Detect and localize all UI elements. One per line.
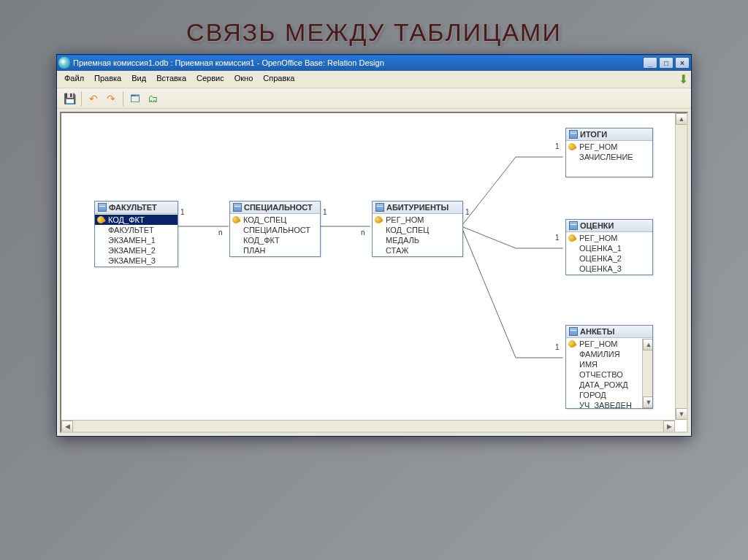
table-icon: [233, 203, 242, 212]
close-button[interactable]: ×: [675, 57, 690, 69]
field-row[interactable]: ЭКЗАМЕН_2: [95, 245, 178, 256]
menu-file[interactable]: Файл: [60, 72, 88, 86]
field-row[interactable]: РЕГ_НОМ: [566, 339, 642, 349]
window-title: Приемная комиссия1.odb : Приемная комисс…: [73, 58, 643, 67]
download-icon[interactable]: ⬇: [679, 72, 688, 86]
menubar: Файл Правка Вид Вставка Сервис Окно Спра…: [57, 71, 691, 88]
field-row[interactable]: КОД_СПЕЦ: [373, 225, 462, 235]
inner-scrollbar[interactable]: ▲ ▼: [642, 339, 652, 408]
scroll-right-button[interactable]: ▶: [663, 421, 675, 432]
scroll-up-button[interactable]: ▲: [643, 339, 653, 350]
svg-line-4: [461, 226, 516, 248]
field-row[interactable]: КОД_СПЕЦ: [230, 215, 320, 225]
table-title-text: ОЦЕНКИ: [580, 221, 614, 230]
field-row[interactable]: ЭКЗАМЕН_1: [95, 235, 178, 245]
field-row[interactable]: КОД_ФКТ: [230, 235, 320, 245]
table-title-text: ИТОГИ: [580, 130, 607, 139]
table-fields: РЕГ_НОМ ОЦЕНКА_1 ОЦЕНКА_2 ОЦЕНКА_3: [566, 232, 652, 275]
table-icon: [569, 327, 578, 336]
table-fields: КОД_ФКТ ФАКУЛЬТЕТ ЭКЗАМЕН_1 ЭКЗАМЕН_2 ЭК…: [95, 214, 178, 266]
menu-window[interactable]: Окно: [230, 72, 258, 86]
canvas-area: ФАКУЛЬТЕТ КОД_ФКТ ФАКУЛЬТЕТ ЭКЗАМЕН_1 ЭК…: [60, 112, 688, 433]
add-tables-button[interactable]: 🗂: [145, 91, 161, 107]
menu-help[interactable]: Справка: [259, 72, 299, 86]
field-row[interactable]: ПЛАН: [230, 245, 320, 256]
field-row[interactable]: УЧ_ЗАВЕДЕН: [566, 400, 642, 409]
scroll-left-button[interactable]: ◀: [61, 421, 73, 432]
table-icon: [569, 221, 578, 230]
field-row[interactable]: ФАКУЛЬТЕТ: [95, 225, 178, 235]
cardinality-one: 1: [555, 343, 560, 351]
table-abiturienty[interactable]: АБИТУРИЕНТЫ РЕГ_НОМ КОД_СПЕЦ МЕДАЛЬ СТАЖ: [372, 201, 463, 257]
table-title[interactable]: АБИТУРИЕНТЫ: [373, 202, 462, 214]
field-row[interactable]: СПЕЦИАЛЬНОСТ: [230, 225, 320, 235]
svg-line-6: [461, 226, 516, 358]
table-icon: [375, 203, 384, 212]
table-title-text: СПЕЦИАЛЬНОСТ: [244, 203, 313, 212]
field-row[interactable]: СТАЖ: [373, 245, 462, 256]
table-title[interactable]: АНКЕТЫ: [566, 326, 652, 338]
field-row[interactable]: ОЦЕНКА_1: [566, 243, 652, 253]
table-fields: РЕГ_НОМ ЗАЧИСЛЕНИЕ: [566, 141, 652, 177]
menu-tools[interactable]: Сервис: [192, 72, 229, 86]
table-title[interactable]: СПЕЦИАЛЬНОСТ: [230, 202, 320, 214]
field-row[interactable]: ЗАЧИСЛЕНИЕ: [566, 152, 652, 162]
table-icon: [569, 130, 578, 139]
titlebar[interactable]: Приемная комиссия1.odb : Приемная комисс…: [57, 55, 691, 71]
table-title[interactable]: ФАКУЛЬТЕТ: [95, 202, 178, 214]
field-row[interactable]: РЕГ_НОМ: [566, 142, 652, 152]
table-ankety[interactable]: АНКЕТЫ РЕГ_НОМ ФАМИЛИЯ ИМЯ ОТЧЕСТВО ДАТА…: [565, 325, 653, 409]
field-row[interactable]: ИМЯ: [566, 359, 642, 369]
toolbar-separator: [123, 91, 123, 106]
scroll-up-button[interactable]: ▲: [676, 113, 687, 125]
scroll-down-button[interactable]: ▼: [676, 408, 687, 420]
slide-title: СВЯЗЬ МЕЖДУ ТАБЛИЦАМИ: [0, 0, 748, 54]
field-row[interactable]: РЕГ_НОМ: [566, 233, 652, 243]
minimize-button[interactable]: _: [643, 57, 657, 69]
table-title-text: АБИТУРИЕНТЫ: [386, 203, 449, 212]
cardinality-one: 1: [323, 208, 327, 216]
table-fields: РЕГ_НОМ КОД_СПЕЦ МЕДАЛЬ СТАЖ: [373, 214, 462, 256]
cardinality-one: 1: [180, 208, 185, 216]
menu-insert[interactable]: Вставка: [152, 72, 191, 86]
field-row[interactable]: МЕДАЛЬ: [373, 235, 462, 245]
field-row[interactable]: ОЦЕНКА_3: [566, 264, 652, 274]
table-title-text: АНКЕТЫ: [580, 327, 614, 336]
save-button[interactable]: 💾: [61, 91, 77, 107]
field-row[interactable]: ОЦЕНКА_2: [566, 253, 652, 264]
table-icon: [98, 203, 107, 212]
cardinality-one: 1: [555, 142, 560, 150]
relation-canvas[interactable]: ФАКУЛЬТЕТ КОД_ФКТ ФАКУЛЬТЕТ ЭКЗАМЕН_1 ЭК…: [61, 113, 675, 420]
table-fields: РЕГ_НОМ ФАМИЛИЯ ИМЯ ОТЧЕСТВО ДАТА_РОЖД Г…: [566, 338, 652, 409]
cardinality-one: 1: [555, 234, 560, 242]
field-row[interactable]: ЭКЗАМЕН_3: [95, 256, 178, 266]
table-ocenki[interactable]: ОЦЕНКИ РЕГ_НОМ ОЦЕНКА_1 ОЦЕНКА_2 ОЦЕНКА_…: [565, 219, 653, 275]
field-row[interactable]: ГОРОД: [566, 390, 642, 400]
field-row[interactable]: ОТЧЕСТВО: [566, 369, 642, 380]
menu-edit[interactable]: Правка: [90, 72, 126, 86]
redo-button[interactable]: ↷: [103, 91, 119, 107]
scroll-down-button[interactable]: ▼: [643, 396, 653, 408]
app-icon: [58, 57, 70, 69]
toolbar-separator: [81, 91, 82, 106]
field-row[interactable]: КОД_ФКТ: [95, 215, 178, 225]
cardinality-one: 1: [465, 208, 470, 216]
table-specialnost[interactable]: СПЕЦИАЛЬНОСТ КОД_СПЕЦ СПЕЦИАЛЬНОСТ КОД_Ф…: [229, 201, 321, 257]
horizontal-scrollbar[interactable]: ◀ ▶: [61, 420, 675, 431]
field-row[interactable]: ФАМИЛИЯ: [566, 349, 642, 359]
cardinality-many: n: [218, 229, 223, 237]
table-title[interactable]: ИТОГИ: [566, 129, 652, 141]
maximize-button[interactable]: □: [659, 57, 673, 69]
undo-button[interactable]: ↶: [85, 91, 102, 107]
vertical-scrollbar[interactable]: ▲ ▼: [675, 113, 687, 420]
table-fields: КОД_СПЕЦ СПЕЦИАЛЬНОСТ КОД_ФКТ ПЛАН: [230, 214, 320, 256]
new-relation-button[interactable]: 🗔: [127, 91, 143, 107]
menu-view[interactable]: Вид: [127, 72, 150, 86]
table-title[interactable]: ОЦЕНКИ: [566, 220, 652, 232]
field-row[interactable]: РЕГ_НОМ: [373, 215, 462, 225]
table-itogi[interactable]: ИТОГИ РЕГ_НОМ ЗАЧИСЛЕНИЕ: [565, 128, 653, 177]
table-fakultet[interactable]: ФАКУЛЬТЕТ КОД_ФКТ ФАКУЛЬТЕТ ЭКЗАМЕН_1 ЭК…: [94, 201, 178, 267]
app-window: Приемная комиссия1.odb : Приемная комисс…: [56, 54, 692, 437]
toolbar: 💾 ↶ ↷ 🗔 🗂: [57, 88, 691, 109]
field-row[interactable]: ДАТА_РОЖД: [566, 380, 642, 390]
